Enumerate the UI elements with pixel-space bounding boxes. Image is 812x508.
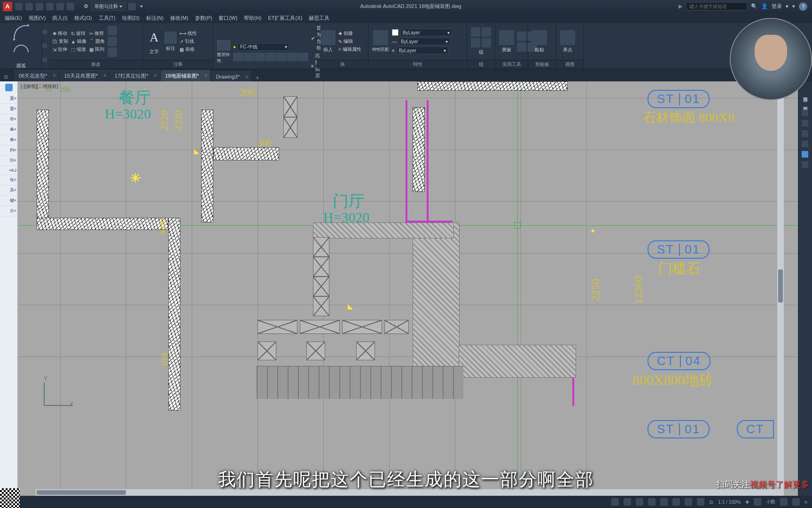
menu-window[interactable]: 窗口(W)	[219, 15, 237, 22]
trim-button[interactable]: ✂ 修剪	[89, 30, 105, 37]
menu-et[interactable]: ET扩展工具(X)	[268, 15, 302, 22]
table-button[interactable]: ▦ 表格	[180, 46, 197, 53]
insert-block-icon[interactable]	[320, 30, 336, 45]
panel-item[interactable]: 键<	[0, 196, 17, 206]
linetype-select[interactable]: ByLayer▾	[397, 47, 448, 54]
array-button[interactable]: ▦ 阵列	[89, 46, 105, 53]
sb-otrack-icon[interactable]	[685, 498, 692, 506]
arc-tool-icon[interactable]	[12, 43, 31, 62]
menu-help[interactable]: 帮助(H)	[244, 15, 261, 22]
move-button[interactable]: ✥ 移动	[53, 30, 68, 37]
color-swatch[interactable]	[392, 29, 398, 36]
close-icon[interactable]: ×	[53, 73, 56, 78]
rail-tab[interactable]: 平面布局图层	[801, 100, 809, 106]
search-input[interactable]	[686, 2, 747, 10]
rail-tab[interactable]: 平面索引图层	[801, 91, 809, 96]
match-props-icon[interactable]	[373, 30, 388, 45]
qat-save-icon[interactable]	[36, 3, 43, 10]
draw-sub-icon[interactable]	[42, 43, 47, 48]
close-icon[interactable]: ×	[103, 73, 106, 78]
qat-plot-icon[interactable]	[67, 3, 74, 10]
rail-icon[interactable]	[802, 161, 808, 168]
menu-dim[interactable]: 标注(N)	[146, 15, 164, 22]
panel-search-icon[interactable]	[5, 84, 13, 91]
menu-view[interactable]: 视图(V)	[29, 15, 46, 22]
dim-tool-icon[interactable]	[164, 32, 177, 44]
sb-scale[interactable]: 1:1 / 100%	[718, 500, 741, 505]
panel-item[interactable]: 置<	[0, 104, 17, 114]
menu-tools[interactable]: 工具(T)	[99, 15, 116, 22]
scale-button[interactable]: ⬚ 缩放	[71, 46, 86, 53]
menu-edit[interactable]: 编辑(E)	[5, 15, 22, 22]
panel-item[interactable]: 列<	[0, 145, 17, 156]
sb-gear-icon[interactable]	[754, 498, 761, 506]
sb-custom-icon[interactable]	[792, 498, 800, 506]
sb-osnap-icon[interactable]	[672, 498, 680, 506]
text-tool-icon[interactable]: A	[147, 28, 162, 47]
qat-open-icon[interactable]	[25, 3, 33, 10]
lineweight-select[interactable]: ByLayer▾	[398, 38, 450, 45]
color-select[interactable]: ByLayer▾	[400, 29, 452, 36]
qat-new-icon[interactable]	[15, 3, 23, 10]
leader-button[interactable]: ↗ 引线	[180, 38, 197, 45]
paste-icon[interactable]	[532, 30, 547, 45]
measure-icon[interactable]	[499, 30, 514, 45]
login-link[interactable]: 登录	[772, 3, 782, 10]
rail-icon[interactable]	[802, 151, 808, 158]
edit-attr-button[interactable]: ⌗ 编辑属性	[338, 46, 361, 53]
panel-item[interactable]: 具<	[0, 185, 17, 196]
mirror-button[interactable]: ▲ 镜像	[71, 38, 86, 45]
social-icon[interactable]: ▾	[792, 3, 795, 9]
rail-icon[interactable]	[802, 130, 808, 137]
panel-item[interactable]: 存<	[0, 114, 17, 125]
rail-icon[interactable]	[802, 141, 808, 147]
panel-item[interactable]: 奉<	[0, 125, 17, 135]
copy-button[interactable]: ⿻ 复制	[53, 38, 68, 45]
menu-modify[interactable]: 修改(M)	[170, 15, 188, 22]
base-icon[interactable]	[560, 30, 575, 45]
close-icon[interactable]: ×	[245, 74, 248, 79]
draw-sub-icon[interactable]	[42, 57, 47, 62]
draw-sub-icon[interactable]	[42, 30, 47, 34]
sb-model-icon[interactable]	[611, 498, 619, 506]
search-icon[interactable]: 🔍	[751, 3, 757, 9]
create-block-button[interactable]: ✚ 创建	[338, 30, 361, 37]
modify-extra-icon[interactable]	[108, 37, 117, 46]
sb-clean-icon[interactable]	[780, 498, 788, 506]
rail-icon[interactable]	[802, 120, 808, 127]
tab-15[interactable]: 15天花布置图*×	[60, 70, 109, 81]
tab-08[interactable]: 08天花造型*×	[14, 70, 59, 81]
qat-undo-icon[interactable]	[46, 3, 54, 10]
tab-18[interactable]: 18地面铺装图*×	[161, 70, 211, 81]
modify-extra-icon[interactable]	[108, 48, 117, 57]
sb-grid-icon[interactable]	[624, 498, 631, 506]
linear-button[interactable]: ⟷ 线性	[180, 30, 197, 37]
panel-item[interactable]: 化<	[0, 175, 17, 185]
workspace-selector[interactable]: 草图与注释	[91, 2, 125, 11]
add-tab-button[interactable]: +	[252, 74, 263, 81]
v-scrollbar[interactable]	[777, 81, 784, 489]
tabs-menu-icon[interactable]: ≡	[4, 73, 8, 81]
rotate-button[interactable]: ↻ 旋转	[71, 30, 86, 37]
panel-item[interactable]: 奉<	[0, 135, 17, 145]
line-tool-icon[interactable]	[12, 23, 31, 42]
layer-props-icon[interactable]	[217, 40, 230, 50]
layer-tools[interactable]	[233, 53, 308, 61]
sb-lwt-icon[interactable]	[697, 498, 704, 506]
menu-insert[interactable]: 插入(I)	[52, 15, 67, 22]
tab-17[interactable]: 17灯具定位图*×	[110, 70, 160, 81]
workspace-gear-icon[interactable]: ⚙	[84, 3, 88, 9]
qat-redo-icon[interactable]	[56, 3, 64, 10]
modify-extra-icon[interactable]	[108, 26, 117, 35]
panel-item[interactable]: 分<	[0, 206, 17, 216]
menu-draw[interactable]: 绘图(D)	[122, 15, 140, 22]
menu-param[interactable]: 参数(P)	[195, 15, 212, 22]
panel-item[interactable]: 置<	[0, 94, 17, 104]
stretch-button[interactable]: ⇲ 拉伸	[53, 46, 68, 53]
qat-share-icon[interactable]	[128, 3, 136, 10]
sb-polar-icon[interactable]	[660, 498, 668, 506]
close-icon[interactable]: ×	[204, 73, 207, 78]
edit-block-button[interactable]: ✎ 编辑	[338, 38, 361, 45]
sb-units[interactable]: 小数	[766, 499, 775, 505]
panel-item[interactable]: 印<	[0, 156, 17, 166]
